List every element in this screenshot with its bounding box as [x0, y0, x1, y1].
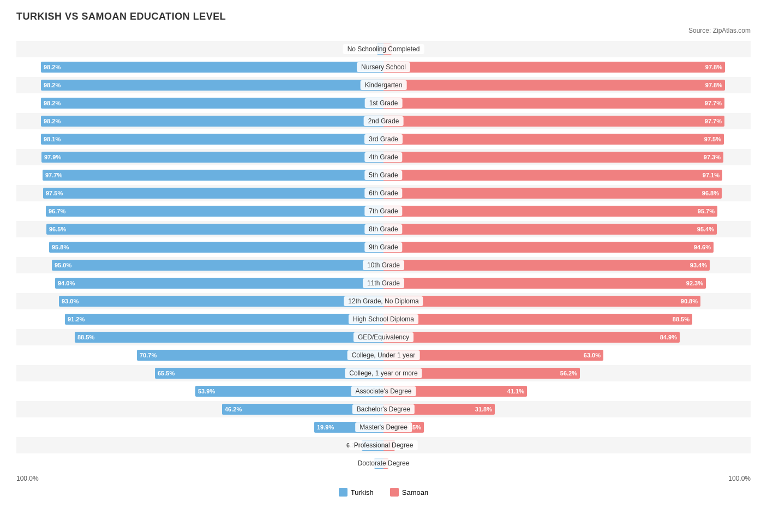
samoan-color-box: [390, 488, 399, 497]
bar-label: GED/Equivalency: [353, 332, 414, 342]
bar-label: High School Diploma: [349, 314, 418, 324]
bar-label: 8th Grade: [364, 224, 402, 234]
right-bar-value: 97.7%: [705, 100, 722, 106]
left-bar-value: 19.9%: [317, 424, 334, 431]
right-bar-value: 97.8%: [705, 82, 722, 88]
bar-row: 53.9%Associate's Degree41.1%: [16, 383, 751, 399]
left-bar-section: 98.2%: [16, 77, 384, 93]
bar-label: 5th Grade: [364, 170, 402, 180]
bar-row: 98.1%3rd Grade97.5%: [16, 131, 751, 147]
chart-container: 1.8%No Schooling Completed2.3%98.2%Nurse…: [16, 41, 751, 482]
bar-label: Bachelor's Degree: [352, 404, 415, 414]
right-bar-value: 84.9%: [660, 334, 677, 340]
right-bar-section: 11.5%: [384, 419, 751, 435]
left-bar-value: 98.2%: [44, 82, 61, 88]
right-bar-value: 97.1%: [703, 172, 720, 178]
bar-row: 95.8%9th Grade94.6%: [16, 239, 751, 255]
bar-row: 88.5%GED/Equivalency84.9%: [16, 329, 751, 345]
bar-label: Associate's Degree: [351, 386, 416, 396]
right-bar-section: 93.4%: [384, 257, 751, 273]
bar-label: 7th Grade: [364, 206, 402, 216]
right-bar-section: 97.1%: [384, 167, 751, 183]
bar-row: 96.7%7th Grade95.7%: [16, 203, 751, 219]
right-bar-section: 96.8%: [384, 185, 751, 201]
left-bar-value: 88.5%: [77, 334, 94, 340]
right-bar-section: 41.1%: [384, 383, 751, 399]
turkish-label: Turkish: [351, 488, 374, 497]
left-bar-section: 98.2%: [16, 59, 384, 75]
left-bar-section: 6.2%: [16, 437, 384, 453]
left-bar-section: 19.9%: [16, 419, 384, 435]
left-bar-value: 97.5%: [46, 190, 63, 196]
bar-row: 97.9%4th Grade97.3%: [16, 149, 751, 165]
right-bar-value: 56.2%: [560, 370, 577, 376]
bar-row: 2.7%Doctorate Degree1.4%: [16, 455, 751, 471]
bar-label: 2nd Grade: [364, 116, 404, 126]
left-bar-value: 53.9%: [198, 388, 215, 394]
right-bar-value: 94.6%: [694, 244, 711, 250]
right-bar-section: 92.3%: [384, 275, 751, 291]
left-bar-section: 93.0%: [16, 293, 384, 309]
right-bar-section: 1.4%: [384, 455, 751, 471]
right-bar-section: 97.5%: [384, 131, 751, 147]
left-bar-value: 91.2%: [68, 316, 85, 322]
right-bar-value: 63.0%: [584, 352, 601, 358]
axis-labels: 100.0% 100.0%: [16, 475, 751, 482]
left-bar-value: 95.8%: [52, 244, 69, 250]
right-bar-value: 96.8%: [702, 190, 719, 196]
bar-label: 10th Grade: [363, 260, 404, 270]
bar-row: 19.9%Master's Degree11.5%: [16, 419, 751, 435]
axis-right: 100.0%: [728, 475, 751, 482]
right-bar-value: 90.8%: [681, 298, 698, 304]
right-bar-value: 41.1%: [507, 388, 524, 394]
right-bar-section: 56.2%: [384, 365, 751, 381]
right-bar-section: 63.0%: [384, 347, 751, 363]
right-bar-value: 88.5%: [673, 316, 690, 322]
left-bar-section: 98.1%: [16, 131, 384, 147]
left-bar-section: 1.8%: [16, 41, 384, 57]
left-bar-section: 46.2%: [16, 401, 384, 417]
right-bar-section: 84.9%: [384, 329, 751, 345]
bar-label: 9th Grade: [364, 242, 402, 252]
bar-row: 97.5%6th Grade96.8%: [16, 185, 751, 201]
bar-row: 97.7%5th Grade97.1%: [16, 167, 751, 183]
left-bar-value: 65.5%: [158, 370, 175, 376]
left-bar-section: 91.2%: [16, 311, 384, 327]
left-bar-section: 65.5%: [16, 365, 384, 381]
left-bar-value: 70.7%: [140, 352, 157, 358]
bar-row: 70.7%College, Under 1 year63.0%: [16, 347, 751, 363]
bar-label: Nursery School: [357, 62, 410, 72]
bar-row: 94.0%11th Grade92.3%: [16, 275, 751, 291]
right-bar-section: 97.3%: [384, 149, 751, 165]
bar-row: 93.0%12th Grade, No Diploma90.8%: [16, 293, 751, 309]
bar-label: 1st Grade: [365, 98, 403, 108]
right-bar-section: 97.7%: [384, 95, 751, 111]
left-bar-section: 88.5%: [16, 329, 384, 345]
left-bar-value: 98.2%: [44, 118, 61, 124]
left-bar-section: 97.9%: [16, 149, 384, 165]
left-bar-section: 70.7%: [16, 347, 384, 363]
left-bar-section: 97.5%: [16, 185, 384, 201]
left-bar-section: 98.2%: [16, 113, 384, 129]
bar-label: 11th Grade: [363, 278, 404, 288]
left-bar-value: 97.9%: [44, 154, 61, 160]
bar-label: No Schooling Completed: [343, 44, 424, 54]
turkish-color-box: [339, 488, 347, 497]
bar-label: College, Under 1 year: [347, 350, 420, 360]
rows-wrapper: 1.8%No Schooling Completed2.3%98.2%Nurse…: [16, 41, 751, 471]
right-bar-value: 97.5%: [704, 136, 721, 142]
right-bar-section: 2.3%: [384, 41, 751, 57]
bar-label: Kindergarten: [361, 80, 407, 90]
right-bar-section: 97.8%: [384, 59, 751, 75]
legend: Turkish Samoan: [16, 488, 751, 497]
left-bar-section: 97.7%: [16, 167, 384, 183]
left-bar-value: 95.0%: [55, 262, 71, 268]
samoan-label: Samoan: [402, 488, 428, 497]
right-bar-section: 90.8%: [384, 293, 751, 309]
bar-label: Master's Degree: [355, 422, 412, 432]
bar-row: 98.2%Kindergarten97.8%: [16, 77, 751, 93]
left-bar-section: 53.9%: [16, 383, 384, 399]
bar-row: 65.5%College, 1 year or more56.2%: [16, 365, 751, 381]
right-bar-section: 3.3%: [384, 437, 751, 453]
left-bar-value: 96.5%: [49, 226, 66, 232]
